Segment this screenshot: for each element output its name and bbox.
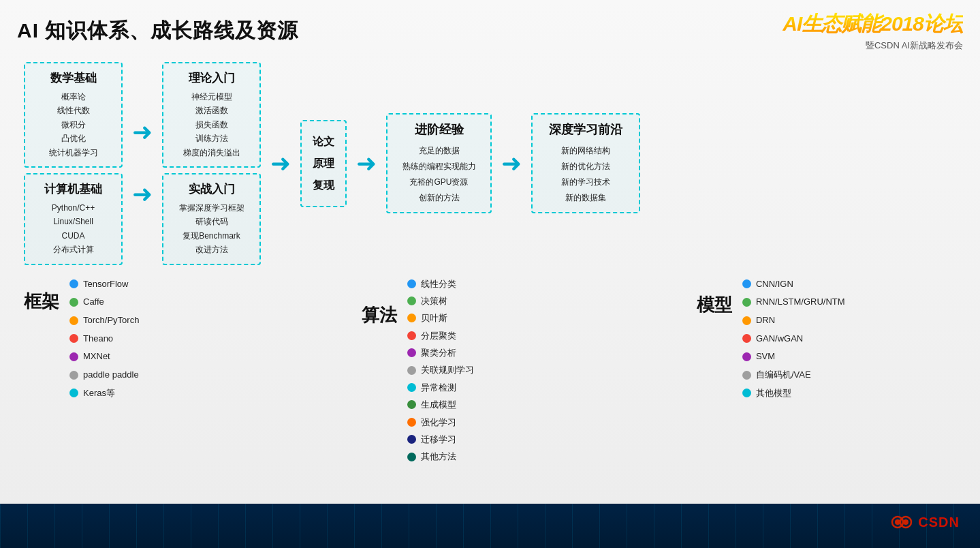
- dot-tensorflow: [69, 279, 78, 288]
- theory-box-title: 理论入门: [173, 70, 250, 86]
- algorithms-label: 算法: [362, 303, 397, 327]
- model-rnn: RNN/LSTM/GRU/NTM: [742, 294, 845, 311]
- fw-tensorflow: TensorFlow: [69, 276, 139, 293]
- fw-mxnet: MXNet: [69, 348, 139, 365]
- alg-transfer: 迁移学习: [407, 431, 474, 447]
- dot-keras: [69, 389, 78, 397]
- fw-torch: Torch/PyTorch: [69, 312, 139, 329]
- progress-box-title: 进阶经验: [398, 121, 479, 138]
- model-svm: SVM: [742, 348, 845, 365]
- col-entry: 理论入门 神经元模型激活函数损失函数训练方法梯度的消失溢出 实战入门 掌握深度学…: [162, 62, 261, 265]
- models-section: 模型 CNN/IGN RNN/LSTM/GRU/NTM DRN GAN/wGAN…: [697, 276, 845, 402]
- csdn-text: CSDN: [918, 515, 960, 530]
- csdn-logo-bottom: CSDN: [889, 510, 960, 534]
- progress-box: 进阶经验 充足的数据熟练的编程实现能力充裕的GPU资源创新的方法: [386, 113, 492, 213]
- algorithms-section: 算法 线性分类 决策树 贝叶斯 分层聚类 聚类分析 关联规则学习: [362, 276, 474, 465]
- alg-generative: 生成模型: [407, 397, 474, 412]
- logo-subtitle: 暨CSDN AI新战略发布会: [783, 40, 963, 52]
- frameworks-list: TensorFlow Caffe Torch/PyTorch Theano MX…: [69, 276, 139, 402]
- paper-box: 论文原理复现: [300, 120, 347, 207]
- arrow-4: ➜: [501, 149, 522, 178]
- model-cnn: CNN/IGN: [742, 276, 845, 293]
- model-other: 其他模型: [742, 385, 845, 402]
- theory-box-items: 神经元模型激活函数损失函数训练方法梯度的消失溢出: [173, 90, 250, 159]
- fw-paddle: paddle paddle: [69, 367, 139, 384]
- cs-box-items: Python/C++Linux/ShellCUDA分布式计算: [35, 201, 112, 257]
- alg-hierarchical: 分层聚类: [407, 328, 474, 344]
- logo-title: AI生态赋能2018论坛: [783, 10, 963, 38]
- arrow-1: ➜ ➜: [132, 120, 153, 207]
- dot-caffe: [69, 298, 78, 307]
- fw-keras: Keras等: [69, 385, 139, 402]
- practice-box-items: 掌握深度学习框架研读代码复现Benchmark改进方法: [173, 201, 250, 257]
- cs-box-title: 计算机基础: [35, 181, 112, 197]
- bottom-section: 框架 TensorFlow Caffe Torch/PyTorch Theano: [17, 276, 963, 465]
- practice-box-title: 实战入门: [173, 181, 250, 197]
- models-label: 模型: [697, 293, 732, 317]
- header: AI 知识体系、成长路线及资源 AI生态赋能2018论坛 暨CSDN AI新战略…: [17, 10, 963, 52]
- alg-bayes: 贝叶斯: [407, 310, 474, 326]
- model-drn: DRN: [742, 312, 845, 329]
- alg-assoc: 关联规则学习: [407, 362, 474, 378]
- fw-theano: Theano: [69, 331, 139, 348]
- alg-linear: 线性分类: [407, 276, 474, 292]
- deep-box-title: 深度学习前沿: [543, 121, 628, 138]
- progress-box-items: 充足的数据熟练的编程实现能力充裕的GPU资源创新的方法: [398, 143, 479, 205]
- alg-decision: 决策树: [407, 293, 474, 309]
- practice-box: 实战入门 掌握深度学习框架研读代码复现Benchmark改进方法: [162, 173, 261, 265]
- deep-box-items: 新的网络结构新的优化方法新的学习技术新的数据集: [543, 143, 628, 205]
- col-foundations: 数学基础 概率论线性代数微积分凸优化统计机器学习 计算机基础 Python/C+…: [24, 62, 123, 265]
- math-box-title: 数学基础: [35, 70, 112, 86]
- dot-theano: [69, 334, 78, 343]
- dot-torch: [69, 316, 78, 325]
- models-list: CNN/IGN RNN/LSTM/GRU/NTM DRN GAN/wGAN SV…: [742, 276, 845, 402]
- algorithms-list: 线性分类 决策树 贝叶斯 分层聚类 聚类分析 关联规则学习 异常: [407, 276, 474, 465]
- alg-rl: 强化学习: [407, 414, 474, 430]
- alg-other: 其他方法: [407, 448, 474, 464]
- arrow-2: ➜: [270, 149, 291, 178]
- deep-box: 深度学习前沿 新的网络结构新的优化方法新的学习技术新的数据集: [531, 113, 640, 213]
- dot-paddle: [69, 371, 78, 380]
- model-autoencoder: 自编码机/VAE: [742, 367, 845, 384]
- csdn-icon: [889, 510, 914, 534]
- math-box-items: 概率论线性代数微积分凸优化统计机器学习: [35, 90, 112, 159]
- dot-mxnet: [69, 352, 78, 361]
- svg-point-3: [903, 519, 908, 525]
- math-box: 数学基础 概率论线性代数微积分凸优化统计机器学习: [24, 62, 123, 168]
- arrow-3: ➜: [356, 149, 377, 178]
- frameworks-section: 框架 TensorFlow Caffe Torch/PyTorch Theano: [24, 276, 139, 402]
- flow-diagram: 数学基础 概率论线性代数微积分凸优化统计机器学习 计算机基础 Python/C+…: [17, 62, 963, 265]
- frameworks-label: 框架: [24, 290, 59, 314]
- theory-box: 理论入门 神经元模型激活函数损失函数训练方法梯度的消失溢出: [162, 62, 261, 168]
- main-title: AI 知识体系、成长路线及资源: [17, 17, 298, 45]
- cs-box: 计算机基础 Python/C++Linux/ShellCUDA分布式计算: [24, 173, 123, 265]
- alg-anomaly: 异常检测: [407, 380, 474, 395]
- alg-cluster: 聚类分析: [407, 345, 474, 361]
- logo-area: AI生态赋能2018论坛 暨CSDN AI新战略发布会: [783, 10, 963, 52]
- model-gan: GAN/wGAN: [742, 331, 845, 348]
- fw-caffe: Caffe: [69, 294, 139, 311]
- paper-text: 论文原理复现: [310, 131, 337, 196]
